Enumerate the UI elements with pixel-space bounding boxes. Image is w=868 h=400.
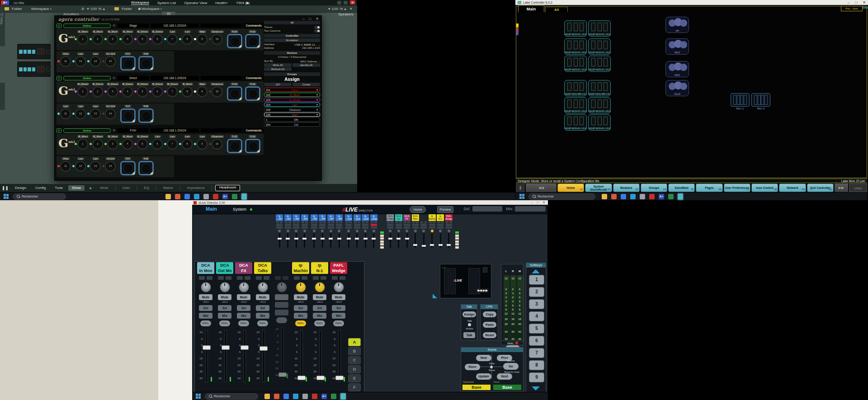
io-port[interactable]: B_Direct7 bbox=[165, 83, 180, 99]
softkey-6[interactable]: 6 bbox=[529, 336, 544, 346]
theme-toggle[interactable] bbox=[314, 26, 320, 29]
undo-button[interactable]: Undo bbox=[849, 184, 867, 192]
start-button-icon[interactable] bbox=[4, 194, 9, 199]
prio-auto-button[interactable]: Prio - Auto bbox=[841, 6, 863, 11]
softkey-4[interactable]: 4 bbox=[529, 311, 544, 321]
mini-mute-button[interactable] bbox=[387, 224, 393, 226]
strip-knob[interactable] bbox=[334, 282, 344, 292]
speakon-connector[interactable]: Tri8 bbox=[137, 157, 154, 175]
io-port[interactable]: B_Moni1 bbox=[75, 30, 90, 47]
pafl-button[interactable]: PAFL bbox=[219, 320, 230, 326]
group-item[interactable]: 102D_Moni!✕ bbox=[264, 93, 320, 97]
mini-sel-button[interactable] bbox=[319, 226, 326, 229]
mini-mute-button[interactable] bbox=[437, 224, 443, 226]
mini-mute-button[interactable] bbox=[328, 224, 334, 226]
menu-item-workspace[interactable]: Workspace bbox=[131, 0, 149, 5]
sel-button[interactable]: Sel bbox=[256, 305, 269, 311]
group-number-input[interactable]: 107 bbox=[264, 83, 292, 86]
a-plus-icon[interactable]: A+ bbox=[659, 194, 664, 199]
commands-button[interactable]: Commands bbox=[244, 76, 264, 80]
favorite-star-icon[interactable]: ✩ bbox=[113, 129, 116, 132]
cursor-icon[interactable]: ➤ bbox=[89, 186, 92, 190]
mini-strip[interactable]: Ip→W2 bbox=[284, 214, 292, 248]
maximize-icon[interactable]: □ bbox=[537, 201, 538, 204]
mini-strip[interactable]: Ip→Sub 2 bbox=[354, 214, 361, 248]
remove-icon[interactable]: ✕ bbox=[316, 103, 318, 106]
mini-fader[interactable] bbox=[406, 233, 408, 248]
mini-pafl-knob[interactable] bbox=[356, 230, 359, 232]
mini-strip[interactable]: DCAFX bbox=[403, 214, 410, 248]
fader-cap[interactable] bbox=[241, 345, 249, 350]
mini-fader[interactable] bbox=[365, 233, 366, 248]
speakon-connector[interactable]: Tri8 bbox=[137, 105, 154, 123]
lake-button-icon-control[interactable]: Icon ControlF8 bbox=[751, 184, 778, 192]
io-port[interactable]: Lan7 bbox=[165, 30, 180, 47]
check-icon[interactable] bbox=[630, 194, 636, 199]
menu-item-system-list[interactable]: System List bbox=[157, 1, 176, 5]
io-port[interactable]: Lan13 bbox=[88, 52, 103, 69]
mini-mute-button[interactable] bbox=[354, 224, 360, 226]
mini-mute-button[interactable] bbox=[371, 224, 377, 226]
mini-fader[interactable] bbox=[431, 233, 433, 248]
mini-mute-button[interactable] bbox=[276, 224, 283, 226]
device-ip[interactable]: 192.168.1.205/24 bbox=[151, 76, 199, 80]
ring-icon[interactable] bbox=[640, 194, 645, 199]
channel-strip-machin[interactable]: IpMachinMute+DCASelMixPAFL1050510203040 bbox=[292, 262, 309, 383]
mini-sel-button[interactable] bbox=[336, 226, 342, 229]
check-icon[interactable] bbox=[194, 194, 199, 199]
strip-knob[interactable] bbox=[296, 282, 306, 292]
scene-go-button[interactable]: Go bbox=[503, 363, 519, 370]
status-icon[interactable] bbox=[337, 1, 341, 5]
group-item[interactable]: 106Wan!✕ bbox=[264, 113, 320, 117]
lake-button-quit-controller[interactable]: Quit ControllerF10 bbox=[807, 184, 834, 192]
lake-button-home[interactable]: HomeF1 bbox=[557, 184, 584, 192]
folder-icon[interactable] bbox=[264, 394, 270, 399]
sheets-icon[interactable] bbox=[668, 194, 674, 199]
device-name[interactable]: Direct bbox=[118, 76, 149, 80]
interface-dropdown[interactable]: USB-C BBBB 19... ⌄ bbox=[295, 43, 320, 46]
mini-sel-button[interactable] bbox=[276, 226, 283, 229]
mix-button[interactable]: Mix bbox=[237, 313, 250, 319]
sidebar-tab[interactable] bbox=[0, 83, 5, 110]
mini-strip[interactable]: Ip→W3 bbox=[292, 214, 300, 248]
active-app-icon[interactable] bbox=[340, 393, 346, 400]
fader-cap[interactable] bbox=[222, 345, 230, 350]
io-port[interactable]: Lan8 bbox=[180, 30, 195, 47]
mini-sel-button[interactable] bbox=[354, 226, 360, 229]
mini-fader[interactable] bbox=[348, 233, 349, 248]
mini-strip[interactable]: PAFLWedge bbox=[445, 214, 453, 248]
pafl-button[interactable]: PAFL bbox=[295, 320, 306, 326]
io-port[interactable]: Ctr-11414 bbox=[103, 105, 118, 121]
fader-cap[interactable] bbox=[259, 346, 268, 351]
close-icon[interactable]: ✕ bbox=[863, 0, 866, 5]
mini-fader[interactable] bbox=[304, 233, 305, 248]
mini-fader[interactable] bbox=[373, 233, 374, 248]
strip-knob[interactable] bbox=[277, 282, 287, 292]
mini-mute-button[interactable] bbox=[446, 224, 452, 226]
remove-icon[interactable]: ✕ bbox=[316, 98, 318, 101]
io-port[interactable]: B_Direct5 bbox=[135, 135, 150, 151]
mini-pafl-knob[interactable] bbox=[313, 230, 316, 232]
menu-item-operator-view[interactable]: Operator View bbox=[184, 1, 207, 5]
lake-module[interactable]: M12P MON FL V3.0 bbox=[564, 114, 587, 131]
mix-button[interactable]: Mix bbox=[199, 313, 212, 319]
softkeys-up-icon[interactable] bbox=[532, 269, 540, 273]
lake-module[interactable]: M12P MON FL V3.0 bbox=[564, 56, 587, 72]
sort-dropdown[interactable]: MAC Address ⌄ bbox=[301, 60, 320, 63]
mini-fader[interactable] bbox=[339, 233, 340, 248]
zoom-control[interactable]: ▾ 100 % ▴ bbox=[328, 7, 346, 11]
fader-cap[interactable] bbox=[316, 376, 325, 380]
pafl-button[interactable]: PAFL bbox=[333, 320, 344, 326]
folder-icon[interactable] bbox=[602, 194, 607, 199]
lake-speaker-module[interactable]: S119 bbox=[665, 80, 689, 96]
mini-strip[interactable]: DCAOut Mo bbox=[395, 214, 402, 248]
mini-fader[interactable] bbox=[448, 233, 449, 248]
group-item[interactable]: 104Lan!✕ bbox=[264, 103, 320, 107]
speakon-connector[interactable]: Tri7 bbox=[119, 157, 136, 175]
palette-strip[interactable] bbox=[516, 24, 519, 35]
pafl-button[interactable]: PAFL bbox=[238, 320, 249, 326]
speakon-connector[interactable]: Tri7 bbox=[119, 52, 136, 71]
io-port[interactable]: Ofce11 bbox=[58, 157, 73, 174]
io-port[interactable]: Lan11 bbox=[58, 105, 73, 121]
mute-button[interactable]: Mute bbox=[256, 294, 269, 300]
